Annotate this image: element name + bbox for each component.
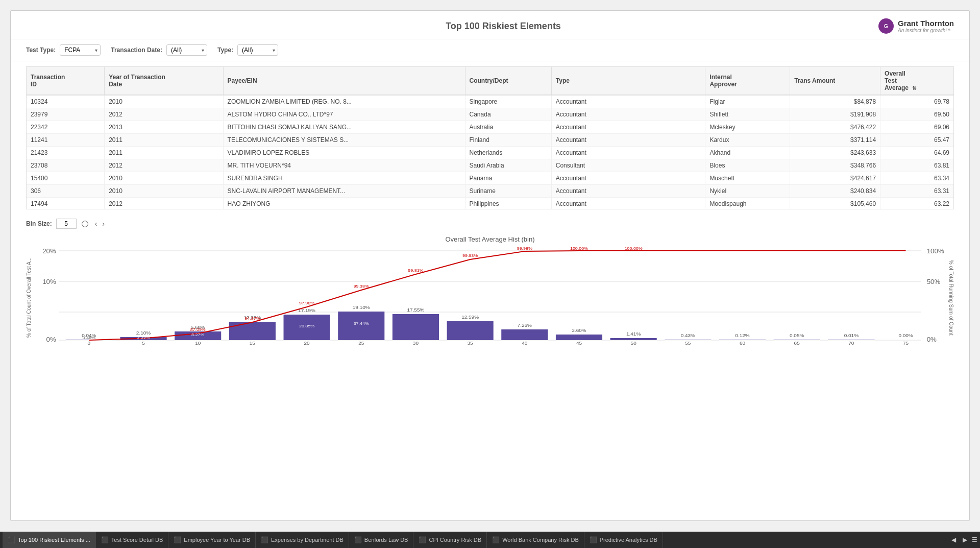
table-cell: VLADIMIRO LOPEZ ROBLES <box>223 147 465 159</box>
svg-text:1.41%: 1.41% <box>626 331 641 336</box>
page-title: Top 100 Riskiest Elements <box>128 21 878 32</box>
table-cell: Accountant <box>551 108 705 121</box>
svg-text:15: 15 <box>250 340 255 345</box>
table-cell: MR. TITH VOEURN*94 <box>223 159 465 172</box>
tab-employee[interactable]: ⬛ Employee Year to Year DB <box>168 532 256 548</box>
tab-expenses[interactable]: ⬛ Expenses by Department DB <box>256 532 349 548</box>
filters-row: Test Type: FCPA Transaction Date: (All) … <box>11 39 969 61</box>
col-header-overall[interactable]: OverallTestAverage ⇅ <box>880 67 953 95</box>
test-type-filter: Test Type: FCPA <box>26 44 101 56</box>
svg-text:20%: 20% <box>42 248 56 255</box>
table-cell: 2011 <box>105 134 223 147</box>
table-cell: 10324 <box>27 95 105 108</box>
table-cell: 2011 <box>105 147 223 159</box>
table-cell: $105,460 <box>790 198 880 210</box>
table-cell: Moodispaugh <box>705 198 790 210</box>
chart-title: Overall Test Average Hist (bin) <box>26 235 954 243</box>
tab-menu-icon[interactable]: ☰ <box>972 536 977 543</box>
svg-text:0.43%: 0.43% <box>681 332 696 338</box>
bin-radio[interactable] <box>82 221 88 227</box>
transaction-date-select[interactable]: (All) <box>166 44 207 56</box>
table-cell: Finland <box>465 134 551 147</box>
svg-text:0%: 0% <box>927 337 937 343</box>
table-cell: 63.81 <box>880 159 953 172</box>
table-cell: 15400 <box>27 172 105 185</box>
svg-text:35: 35 <box>468 340 473 345</box>
bar-25 <box>338 312 384 340</box>
col-header-amount[interactable]: Trans Amount <box>790 67 880 95</box>
table-cell: 2012 <box>105 159 223 172</box>
transaction-date-select-wrapper[interactable]: (All) <box>166 44 207 56</box>
svg-text:55: 55 <box>685 340 691 345</box>
table-cell: $476,422 <box>790 121 880 134</box>
table-cell: $243,633 <box>790 147 880 159</box>
bar-30 <box>393 314 439 340</box>
table-row: 174942012HAO ZHIYONGPhilippinesAccountan… <box>27 198 953 210</box>
table-cell: $240,834 <box>790 185 880 198</box>
bin-nav-controls: ‹ › <box>93 220 106 228</box>
tab-icon-5: ⬛ <box>354 536 362 543</box>
table-cell: Consultant <box>551 159 705 172</box>
svg-text:17.55%: 17.55% <box>407 307 424 312</box>
table-cell: 69.78 <box>880 95 953 108</box>
table-cell: TELECOMUNICACIONES Y SISTEMAS S... <box>223 134 465 147</box>
svg-text:65: 65 <box>794 340 800 345</box>
table-scroll[interactable]: TransactionID Year of TransactionDate Pa… <box>26 66 954 209</box>
svg-text:20: 20 <box>304 340 310 345</box>
table-row: 239792012ALSTOM HYDRO CHINA CO., LTD*97C… <box>27 108 953 121</box>
svg-text:99.98%: 99.98% <box>517 246 533 250</box>
tab-test-score[interactable]: ⬛ Test Score Detail DB <box>96 532 168 548</box>
tab-next-button[interactable]: ▶ <box>961 535 969 544</box>
tab-cpi[interactable]: ⬛ CPI Country Risk DB <box>413 532 487 548</box>
svg-text:G: G <box>884 23 888 29</box>
col-header-type[interactable]: Type <box>551 67 705 95</box>
type-select-wrapper[interactable]: (All) <box>237 44 278 56</box>
table-cell: $84,878 <box>790 95 880 108</box>
bar-40 <box>501 329 548 340</box>
tab-worldbank[interactable]: ⬛ World Bank Company Risk DB <box>487 532 584 548</box>
svg-text:97.98%: 97.98% <box>299 300 315 305</box>
bin-size-input[interactable] <box>56 219 77 229</box>
svg-text:25: 25 <box>358 340 364 345</box>
table-row: 112412011TELECOMUNICACIONES Y SISTEMAS S… <box>27 134 953 147</box>
table-cell: 2012 <box>105 198 223 210</box>
test-type-select-wrapper[interactable]: FCPA <box>60 44 101 56</box>
col-header-country[interactable]: Country/Dept <box>465 67 551 95</box>
svg-text:0%: 0% <box>46 337 56 343</box>
col-header-payee[interactable]: Payee/EIN <box>223 67 465 95</box>
table-cell: $191,908 <box>790 108 880 121</box>
chart-inner: 20% 10% 0% 100% 50% 0% 0.04% 0 <box>36 246 944 349</box>
bin-prev-button[interactable]: ‹ <box>93 220 99 228</box>
svg-text:19.10%: 19.10% <box>353 304 370 309</box>
svg-text:70: 70 <box>848 340 854 345</box>
table-cell: 23979 <box>27 108 105 121</box>
tab-icon-3: ⬛ <box>174 536 181 543</box>
table-cell: 2010 <box>105 95 223 108</box>
cumulative-line <box>89 251 905 340</box>
col-header-transaction-id[interactable]: TransactionID <box>27 67 105 95</box>
tab-predictive[interactable]: ⬛ Predictive Analytics DB <box>584 532 663 548</box>
table-cell: 69.06 <box>880 121 953 134</box>
col-header-year[interactable]: Year of TransactionDate <box>105 67 223 95</box>
tab-benfords[interactable]: ⬛ Benfords Law DB <box>349 532 414 548</box>
svg-text:50: 50 <box>631 340 636 345</box>
col-header-approver[interactable]: InternalApprover <box>705 67 790 95</box>
svg-text:75: 75 <box>903 340 909 345</box>
tab-top100[interactable]: ⬛ Top 100 Riskiest Elements ... <box>3 532 96 548</box>
test-type-select[interactable]: FCPA <box>60 44 101 56</box>
tab-prev-button[interactable]: ◀ <box>949 535 958 544</box>
type-select[interactable]: (All) <box>237 44 278 56</box>
table-row: 3062010SNC-LAVALIN AIRPORT MANAGEMENT...… <box>27 185 953 198</box>
table-cell: 2013 <box>105 121 223 134</box>
table-cell: 64.69 <box>880 147 953 159</box>
table-row: 223422013BITTOHIN CHASI SOMAJ KALLYAN SA… <box>27 121 953 134</box>
table-cell: Akhand <box>705 147 790 159</box>
tab-icon-8: ⬛ <box>590 536 597 543</box>
table-cell: HAO ZHIYONG <box>223 198 465 210</box>
bin-next-button[interactable]: › <box>101 220 106 228</box>
table-row: 214232011VLADIMIRO LOPEZ ROBLESNetherlan… <box>27 147 953 159</box>
table-cell: Figlar <box>705 95 790 108</box>
table-cell: 11241 <box>27 134 105 147</box>
table-cell: SURENDRA SINGH <box>223 172 465 185</box>
tab-label-8: Predictive Analytics DB <box>600 537 657 543</box>
